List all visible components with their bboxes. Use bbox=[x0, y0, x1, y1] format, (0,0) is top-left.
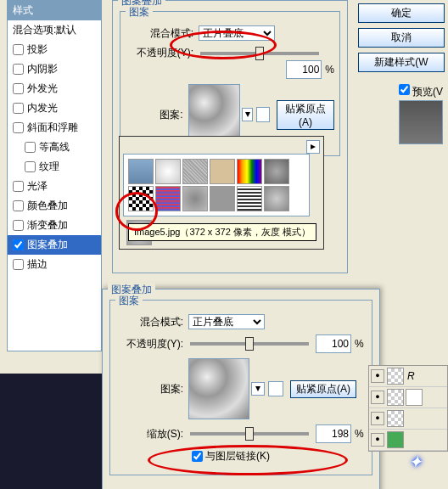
swatch-tooltip: Image5.jpg（372 x 372 像素，灰度 模式） bbox=[128, 223, 316, 241]
opacity-input[interactable] bbox=[286, 60, 322, 79]
cb-satin[interactable] bbox=[13, 181, 24, 192]
swatch-item[interactable] bbox=[210, 186, 235, 211]
opacity-slider[interactable] bbox=[200, 52, 319, 55]
cb-innershadow[interactable] bbox=[13, 64, 24, 75]
cb-gradientoverlay[interactable] bbox=[13, 220, 24, 231]
swatch-item[interactable] bbox=[128, 159, 154, 184]
cb-bevel[interactable] bbox=[13, 122, 24, 133]
picker-arrow-icon[interactable]: ▾ bbox=[242, 108, 254, 121]
blend-label: 混合模式: bbox=[126, 26, 193, 41]
styles-sidebar: 样式 混合选项:默认 投影 内阴影 外发光 内发光 斜面和浮雕 等高线 纹理 光… bbox=[7, 0, 102, 351]
style-dropshadow[interactable]: 投影 bbox=[8, 40, 101, 59]
cb-coloroverlay[interactable] bbox=[13, 200, 24, 211]
layer-thumb bbox=[387, 431, 404, 448]
picker-arrow-icon-2[interactable]: ▾ bbox=[251, 382, 265, 396]
style-coloroverlay[interactable]: 颜色叠加 bbox=[8, 196, 101, 216]
new-style-button[interactable]: 新建样式(W bbox=[358, 53, 445, 72]
cb-stroke[interactable] bbox=[13, 259, 24, 270]
ok-button[interactable]: 确定 bbox=[358, 3, 445, 23]
swatch-item[interactable] bbox=[128, 186, 154, 211]
style-satin[interactable]: 光泽 bbox=[8, 177, 101, 196]
cancel-button[interactable]: 取消 bbox=[358, 28, 445, 48]
swatch-item[interactable] bbox=[155, 159, 181, 184]
watermark-logo: ✦ bbox=[408, 452, 423, 472]
layer-thumb bbox=[387, 389, 404, 406]
swatch-item[interactable] bbox=[155, 186, 181, 211]
dialog-buttons: 确定 取消 新建样式(W bbox=[358, 3, 445, 72]
opacity-label: 不透明度(Y): bbox=[126, 46, 193, 60]
swatch-item[interactable] bbox=[210, 159, 235, 184]
swatch-grid bbox=[123, 154, 310, 216]
style-innershadow[interactable]: 内阴影 bbox=[8, 59, 101, 79]
panel1-inner: 图案 混合模式:正片叠底 不透明度(Y): % 图案: ▾ 贴紧原点(A) bbox=[120, 11, 340, 156]
blend-options[interactable]: 混合选项:默认 bbox=[8, 20, 101, 40]
layer-row[interactable]: ● bbox=[369, 408, 447, 430]
preview-checkbox-row: 预览(V bbox=[395, 82, 443, 99]
panel2-subtitle: 图案 bbox=[115, 294, 143, 308]
layer-row[interactable]: ● bbox=[369, 430, 447, 451]
visibility-icon[interactable]: ● bbox=[371, 369, 384, 383]
layer-thumb bbox=[387, 368, 404, 385]
pattern-overlay-panel-2: 图案叠加 图案 混合模式:正片叠底 不透明度(Y):% 图案: ▾ 贴紧原点(A… bbox=[102, 289, 380, 489]
visibility-icon[interactable]: ● bbox=[371, 391, 384, 404]
sidebar-header: 样式 bbox=[8, 1, 101, 20]
layer-thumb bbox=[387, 410, 404, 427]
style-gradientoverlay[interactable]: 渐变叠加 bbox=[8, 216, 101, 235]
cb-dropshadow[interactable] bbox=[13, 44, 24, 55]
cb-link-layer[interactable] bbox=[192, 451, 203, 462]
style-innerglow[interactable]: 内发光 bbox=[8, 98, 101, 118]
pattern-swatch-2[interactable] bbox=[188, 358, 249, 419]
layers-panel: ●R ● ● ● bbox=[368, 365, 448, 452]
swatch-item[interactable] bbox=[237, 159, 262, 184]
popup-menu-icon[interactable]: ▸ bbox=[306, 140, 320, 154]
panel2-inner: 图案 混合模式:正片叠底 不透明度(Y):% 图案: ▾ 贴紧原点(A) 缩放(… bbox=[109, 300, 372, 475]
layer-row[interactable]: ●R bbox=[369, 366, 447, 387]
style-texture[interactable]: 纹理 bbox=[8, 157, 101, 177]
blend-select[interactable]: 正片叠底 bbox=[199, 25, 275, 41]
style-stroke[interactable]: 描边 bbox=[8, 255, 101, 274]
opacity-slider-2[interactable] bbox=[190, 342, 309, 346]
swatch-item[interactable] bbox=[264, 186, 289, 211]
preview-box bbox=[399, 100, 443, 144]
visibility-icon[interactable]: ● bbox=[371, 433, 384, 447]
layer-row[interactable]: ● bbox=[369, 387, 447, 408]
scale-slider[interactable] bbox=[190, 432, 309, 436]
panel1-subtitle: 图案 bbox=[126, 5, 153, 20]
cb-contour[interactable] bbox=[25, 142, 36, 153]
visibility-icon[interactable]: ● bbox=[371, 412, 384, 425]
opacity-input-2[interactable] bbox=[316, 334, 351, 353]
swatch-item[interactable] bbox=[182, 159, 208, 184]
cb-patternoverlay[interactable] bbox=[13, 239, 24, 250]
cb-preview[interactable] bbox=[399, 84, 410, 95]
snap-origin-button-2[interactable]: 贴紧原点(A) bbox=[290, 380, 356, 398]
swatch-item[interactable] bbox=[182, 186, 208, 211]
style-contour[interactable]: 等高线 bbox=[8, 138, 101, 157]
blend-select-2[interactable]: 正片叠底 bbox=[188, 314, 265, 329]
scale-input[interactable] bbox=[316, 424, 351, 443]
style-patternoverlay[interactable]: 图案叠加 bbox=[8, 235, 101, 255]
pattern-label: 图案: bbox=[126, 108, 183, 122]
snap-origin-button[interactable]: 贴紧原点(A) bbox=[277, 100, 334, 130]
swatch-item[interactable] bbox=[237, 186, 262, 211]
cb-innerglow[interactable] bbox=[13, 103, 24, 114]
cb-texture[interactable] bbox=[25, 161, 36, 172]
style-outerglow[interactable]: 外发光 bbox=[8, 79, 101, 98]
swatch-item[interactable] bbox=[264, 159, 289, 184]
new-pattern-icon[interactable] bbox=[256, 107, 270, 122]
style-bevel[interactable]: 斜面和浮雕 bbox=[8, 118, 101, 138]
pattern-picker-popup: ▸ Image5.jpg（372 x 372 像素，灰度 模式） bbox=[119, 136, 324, 250]
canvas-dark bbox=[0, 374, 102, 489]
mask-thumb bbox=[406, 389, 423, 406]
new-pattern-icon-2[interactable] bbox=[268, 381, 283, 396]
cb-outerglow[interactable] bbox=[13, 83, 24, 94]
